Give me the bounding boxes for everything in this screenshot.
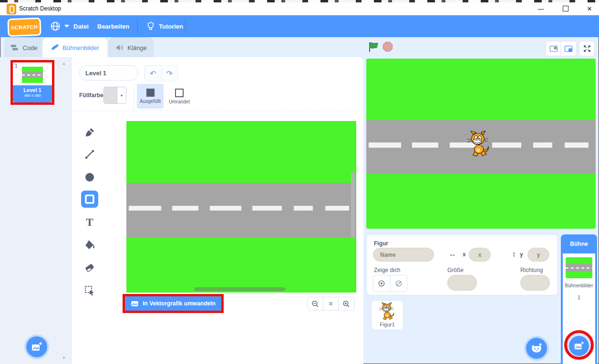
eraser-tool-button[interactable] <box>81 259 98 276</box>
tab-sounds[interactable]: Klänge <box>109 37 154 58</box>
fill-color-label: Füllfarbe <box>79 92 103 99</box>
stop-button[interactable] <box>382 41 393 52</box>
road-dash <box>412 142 438 147</box>
backdrops-label: Bühnenbilder <box>563 283 595 288</box>
zoom-out-icon <box>311 300 320 308</box>
add-sprite-button[interactable] <box>526 338 547 359</box>
select-tool-button[interactable] <box>81 282 98 299</box>
title-bar: Scratch Desktop — ✕ <box>0 2 599 16</box>
select-icon <box>84 285 95 296</box>
paint-canvas[interactable] <box>126 121 356 293</box>
swatch-dropdown-icon: ▾ <box>117 87 126 103</box>
eye-slash-icon <box>394 279 403 288</box>
tab-backdrops[interactable]: Bühnenbilder <box>42 37 108 58</box>
backdrop-index: 1 <box>15 63 18 69</box>
backdrop-count: 1 <box>563 294 595 300</box>
tab-row: Code Bühnenbilder Klänge <box>0 37 599 57</box>
eye-icon <box>377 279 386 288</box>
sprite-thumbnail-cat <box>379 302 395 321</box>
sprite-name: Figur1 <box>380 322 394 327</box>
cat-sprite-on-stage[interactable] <box>465 131 492 158</box>
toolbar-bottom-divider <box>72 111 363 111</box>
stage[interactable] <box>366 59 596 229</box>
sprite-name-input[interactable] <box>373 248 434 262</box>
small-stage-button[interactable] <box>546 41 561 56</box>
green-flag-button[interactable] <box>368 41 379 52</box>
annotation-box-backdrop-item: 1 Level 1 480 x 360 <box>10 60 54 105</box>
filled-mode-button[interactable]: Ausgefüllt <box>137 84 164 109</box>
road-dash <box>565 142 589 147</box>
menu-item-edit[interactable]: Bearbeiten <box>93 15 133 37</box>
canvas-horizontal-scrollbar[interactable] <box>194 287 285 291</box>
menu-bar: SCRATCH Datei Bearbeiten Tutorien <box>0 15 599 37</box>
globe-icon <box>50 20 61 32</box>
vertical-arrow-icon: ↕ <box>512 250 516 258</box>
close-button[interactable]: ✕ <box>582 2 597 15</box>
brush-icon <box>84 127 95 138</box>
brush-tool-button[interactable] <box>81 124 98 141</box>
circle-tool-button[interactable] <box>81 169 98 186</box>
stage-backdrop-thumbnail <box>566 257 592 278</box>
zoom-reset-button[interactable]: = <box>323 297 339 310</box>
scroll-up-icon[interactable]: ▲ <box>61 61 67 66</box>
add-backdrop-button[interactable] <box>26 336 47 357</box>
code-blocks-icon <box>10 43 19 52</box>
window-title: Scratch Desktop <box>19 5 61 12</box>
rectangle-tool-button[interactable] <box>81 191 98 208</box>
text-tool-button[interactable]: T <box>81 213 98 231</box>
language-selector[interactable] <box>46 15 73 37</box>
tab-sounds-label: Klänge <box>127 44 146 51</box>
fill-tool-button[interactable] <box>81 236 98 253</box>
backdrop-item-footer: Level 1 480 x 360 <box>13 85 52 102</box>
redo-button[interactable]: ↷ <box>162 66 178 81</box>
minimize-button[interactable]: — <box>534 2 548 15</box>
scratch-desktop-window: Scratch Desktop — ✕ SCRATCH Datei Bearbe… <box>0 0 599 364</box>
convert-to-vector-button[interactable]: In Vektorgrafik umwandeln <box>125 296 221 311</box>
fill-color-swatch[interactable]: ▾ <box>103 87 126 104</box>
backdrop-list-item[interactable]: 1 Level 1 480 x 360 <box>13 62 52 102</box>
menu-divider <box>137 19 138 34</box>
scratch-app-icon <box>7 4 16 14</box>
x-position-input[interactable] <box>469 248 491 262</box>
fullscreen-button[interactable] <box>579 41 595 56</box>
backdrop-name: Level 1 <box>13 87 52 93</box>
menu-item-file[interactable]: Datei <box>70 15 93 37</box>
zoom-controls: = <box>307 297 354 311</box>
zoom-in-button[interactable] <box>339 297 354 310</box>
direction-input[interactable] <box>520 275 550 291</box>
costume-name-input[interactable] <box>79 65 138 81</box>
hide-sprite-button[interactable] <box>391 275 407 292</box>
road-dash <box>172 206 198 211</box>
filled-square-icon <box>146 89 155 97</box>
y-position-input[interactable] <box>527 248 549 262</box>
lightbulb-icon <box>146 21 155 31</box>
scroll-down-icon[interactable]: ▼ <box>61 355 67 360</box>
backdrop-thumbnail <box>22 67 43 83</box>
menu-divider <box>185 19 186 34</box>
show-sprite-button[interactable] <box>373 275 391 292</box>
add-backdrop-button-halo <box>24 334 49 359</box>
rectangle-icon <box>84 193 95 205</box>
show-label: Zeige dich <box>374 267 400 273</box>
canvas-vertical-scrollbar[interactable] <box>351 172 355 238</box>
speaker-icon <box>115 43 124 52</box>
line-icon <box>84 149 95 160</box>
sprite-list-item[interactable]: Figur1 <box>371 300 403 330</box>
line-tool-button[interactable] <box>81 146 98 163</box>
undo-button[interactable]: ↶ <box>145 66 162 81</box>
tab-code[interactable]: Code <box>5 37 43 58</box>
image-icon <box>131 300 139 307</box>
scratch-logo[interactable]: SCRATCH <box>7 18 41 37</box>
large-stage-icon <box>564 45 573 53</box>
undo-redo-group: ↶ ↷ <box>145 65 178 81</box>
size-input[interactable] <box>447 275 477 291</box>
tab-backdrops-label: Bühnenbilder <box>62 44 99 51</box>
maximize-button[interactable] <box>558 2 573 15</box>
menu-item-tutorials[interactable]: Tutorien <box>142 15 187 37</box>
paintbrush-icon <box>51 43 59 52</box>
zoom-out-button[interactable] <box>308 297 323 310</box>
outlined-mode-button[interactable]: Umrandet <box>166 84 193 109</box>
annotation-circle-add-backdrop <box>564 330 594 360</box>
large-stage-button[interactable] <box>560 41 577 56</box>
sprite-info-panel: Figur ↔ x ↕ y Zeige dich Größe Richtung <box>366 234 558 295</box>
